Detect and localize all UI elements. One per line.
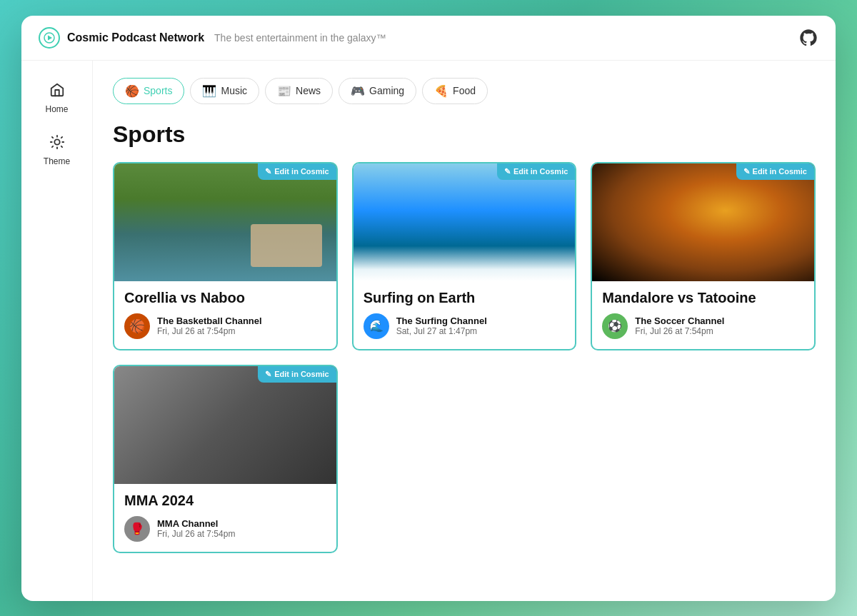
card-mandalore[interactable]: ✎ Edit in Cosmic Mandalore vs Tatooine ⚽… xyxy=(591,162,816,350)
tab-food-label: Food xyxy=(453,85,476,96)
sports-tab-icon: 🏀 xyxy=(125,84,139,98)
cards-grid-row2: ✎ Edit in Cosmic MMA 2024 🥊 MMA Channel … xyxy=(113,365,816,553)
card-mandalore-meta: ⚽ The Soccer Channel Fri, Jul 26 at 7:54… xyxy=(602,313,804,339)
svg-marker-1 xyxy=(48,35,52,40)
sidebar-theme-label: Theme xyxy=(44,156,70,166)
svg-line-9 xyxy=(51,146,52,146)
card-mma-channel: MMA Channel xyxy=(157,518,235,529)
edit-badge-4[interactable]: ✎ Edit in Cosmic xyxy=(258,366,336,383)
sidebar-item-theme[interactable]: Theme xyxy=(29,127,86,173)
card-mma-image: ✎ Edit in Cosmic xyxy=(114,366,336,484)
tabs-bar: 🏀 Sports 🎹 Music 📰 News 🎮 Gaming 🍕 xyxy=(113,78,816,104)
card-mandalore-time: Fri, Jul 26 at 7:54pm xyxy=(635,326,724,336)
tab-sports[interactable]: 🏀 Sports xyxy=(113,78,184,104)
card-mma-time: Fri, Jul 26 at 7:54pm xyxy=(157,529,235,539)
svg-line-8 xyxy=(61,146,61,146)
news-tab-icon: 📰 xyxy=(277,84,291,98)
card-surfing-body: Surfing on Earth 🌊 The Surfing Channel S… xyxy=(354,281,576,349)
card-mandalore-avatar: ⚽ xyxy=(602,313,628,339)
logo-icon xyxy=(39,27,60,49)
card-corellia-title: Corellia vs Naboo xyxy=(124,290,326,306)
svg-line-7 xyxy=(51,136,52,137)
svg-line-10 xyxy=(61,136,61,137)
tab-gaming[interactable]: 🎮 Gaming xyxy=(339,78,416,104)
sidebar: Home Theme xyxy=(21,61,93,601)
card-surfing-info: The Surfing Channel Sat, Jul 27 at 1:47p… xyxy=(396,315,487,336)
card-mma-body: MMA 2024 🥊 MMA Channel Fri, Jul 26 at 7:… xyxy=(114,484,336,552)
card-surfing-title: Surfing on Earth xyxy=(364,290,566,306)
content-area: 🏀 Sports 🎹 Music 📰 News 🎮 Gaming 🍕 xyxy=(93,61,836,601)
card-corellia-body: Corellia vs Naboo 🏀 The Basketball Chann… xyxy=(114,281,336,349)
github-button[interactable] xyxy=(798,28,818,48)
app-tagline: The best entertainment in the galaxy™ xyxy=(214,32,386,44)
cards-grid: ✎ Edit in Cosmic Corellia vs Naboo 🏀 The… xyxy=(113,162,816,350)
pencil-icon-3: ✎ xyxy=(743,167,750,176)
tab-sports-label: Sports xyxy=(144,85,172,96)
app-window: Cosmic Podcast Network The best entertai… xyxy=(21,16,836,601)
card-mma-info: MMA Channel Fri, Jul 26 at 7:54pm xyxy=(157,518,235,539)
card-surfing-channel: The Surfing Channel xyxy=(396,315,487,326)
card-mma-meta: 🥊 MMA Channel Fri, Jul 26 at 7:54pm xyxy=(124,516,326,542)
card-mma-title: MMA 2024 xyxy=(124,493,326,509)
tab-news[interactable]: 📰 News xyxy=(265,78,333,104)
card-surfing-avatar: 🌊 xyxy=(364,313,389,339)
svg-point-2 xyxy=(54,139,59,144)
card-surfing[interactable]: ✎ Edit in Cosmic Surfing on Earth 🌊 The … xyxy=(352,162,577,350)
card-corellia-avatar: 🏀 xyxy=(124,313,150,339)
pencil-icon-4: ✎ xyxy=(265,370,271,379)
edit-badge-1[interactable]: ✎ Edit in Cosmic xyxy=(258,163,336,180)
home-icon xyxy=(49,82,65,101)
card-surfing-image: ✎ Edit in Cosmic xyxy=(354,163,576,281)
sidebar-home-label: Home xyxy=(45,104,68,114)
food-tab-icon: 🍕 xyxy=(434,84,448,98)
card-mandalore-info: The Soccer Channel Fri, Jul 26 at 7:54pm xyxy=(635,315,724,336)
titlebar: Cosmic Podcast Network The best entertai… xyxy=(21,16,836,61)
edit-badge-2[interactable]: ✎ Edit in Cosmic xyxy=(497,163,575,180)
gaming-tab-icon: 🎮 xyxy=(351,84,365,98)
card-mandalore-body: Mandalore vs Tatooine ⚽ The Soccer Chann… xyxy=(592,281,814,349)
card-mma[interactable]: ✎ Edit in Cosmic MMA 2024 🥊 MMA Channel … xyxy=(113,365,338,553)
card-corellia-time: Fri, Jul 26 at 7:54pm xyxy=(157,326,262,336)
pencil-icon-2: ✎ xyxy=(504,167,511,176)
card-corellia-image: ✎ Edit in Cosmic xyxy=(114,163,336,281)
tab-music[interactable]: 🎹 Music xyxy=(190,78,259,104)
section-title: Sports xyxy=(113,121,816,148)
tab-music-label: Music xyxy=(221,85,247,96)
card-mandalore-title: Mandalore vs Tatooine xyxy=(602,290,804,306)
main-layout: Home Theme xyxy=(21,61,836,601)
card-corellia[interactable]: ✎ Edit in Cosmic Corellia vs Naboo 🏀 The… xyxy=(113,162,338,350)
tab-gaming-label: Gaming xyxy=(369,85,404,96)
card-mma-avatar: 🥊 xyxy=(124,516,150,542)
edit-badge-3[interactable]: ✎ Edit in Cosmic xyxy=(736,163,814,180)
music-tab-icon: 🎹 xyxy=(202,84,216,98)
card-mandalore-channel: The Soccer Channel xyxy=(635,315,724,326)
card-surfing-meta: 🌊 The Surfing Channel Sat, Jul 27 at 1:4… xyxy=(364,313,566,339)
app-name: Cosmic Podcast Network xyxy=(67,31,204,44)
sidebar-item-home[interactable]: Home xyxy=(29,75,86,121)
card-corellia-meta: 🏀 The Basketball Channel Fri, Jul 26 at … xyxy=(124,313,326,339)
card-mandalore-image: ✎ Edit in Cosmic xyxy=(592,163,814,281)
theme-icon xyxy=(49,134,65,153)
tab-news-label: News xyxy=(296,85,321,96)
card-corellia-info: The Basketball Channel Fri, Jul 26 at 7:… xyxy=(157,315,262,336)
card-corellia-channel: The Basketball Channel xyxy=(157,315,262,326)
tab-food[interactable]: 🍕 Food xyxy=(422,78,488,104)
pencil-icon-1: ✎ xyxy=(265,167,271,176)
card-surfing-time: Sat, Jul 27 at 1:47pm xyxy=(396,326,487,336)
